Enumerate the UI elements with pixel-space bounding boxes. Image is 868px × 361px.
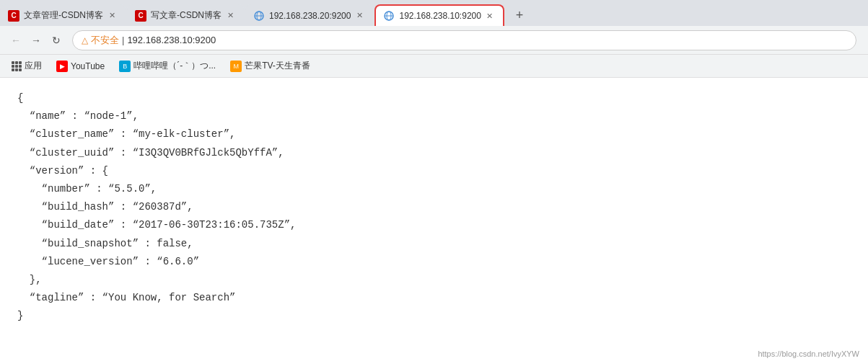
address-bar-container[interactable]: △ 不安全 | 192.168.238.10:9200 <box>72 30 856 50</box>
mgtv-icon: M <box>230 61 242 72</box>
tab-csdn-article[interactable]: C 文章管理-CSDN博客 ✕ <box>0 4 126 26</box>
bookmark-apps[interactable]: 应用 <box>6 58 48 73</box>
bookmark-mgtv[interactable]: M 芒果TV-天生青番 <box>224 58 316 73</box>
tab-csdn-write[interactable]: C 写文章-CSDN博客 ✕ <box>127 4 244 26</box>
json-line: “tagline” : “You Know, for Search” <box>17 289 851 307</box>
bookmarks-bar: 应用 ▶ YouTube B 哔哩哔哩（´-｀）つ... M 芒果TV-天生青番 <box>0 55 868 78</box>
json-line: “build_hash” : “260387d”, <box>17 198 851 216</box>
bookmark-youtube-label: YouTube <box>71 61 105 71</box>
bookmark-youtube[interactable]: ▶ YouTube <box>51 59 110 73</box>
json-line: “cluster_uuid” : “I3Q3QV0BRfGJlck5QbYffA… <box>17 144 851 162</box>
bottom-url: https://blog.csdn.net/IvyXYW <box>758 349 859 358</box>
tab-bar: C 文章管理-CSDN博客 ✕ C 写文章-CSDN博客 ✕ 192.168.2… <box>0 0 868 26</box>
json-line: } <box>17 307 851 325</box>
tab-label-3: 192.168.238.20:9200 <box>269 11 351 21</box>
json-line: “name” : “node-1”, <box>17 107 851 125</box>
tab-close-3[interactable]: ✕ <box>354 10 365 22</box>
back-button[interactable]: ← <box>6 30 26 50</box>
address-url: 192.168.238.10:9200 <box>127 35 216 45</box>
bookmark-apps-label: 应用 <box>25 60 42 72</box>
new-tab-button[interactable]: + <box>509 4 530 26</box>
security-text: 不安全 <box>91 34 119 47</box>
reload-button[interactable]: ↻ <box>46 30 66 50</box>
bookmark-bilibili-label: 哔哩哔哩（´-｀）つ... <box>133 60 216 72</box>
tab-favicon-globe3 <box>253 10 265 22</box>
tab-favicon-csdn2: C <box>135 10 146 22</box>
main-content: { “name” : “node-1”, “cluster_name” : “m… <box>0 78 868 337</box>
security-warning-icon: △ <box>82 35 88 45</box>
forward-button[interactable]: → <box>26 30 46 50</box>
tab-favicon-globe4 <box>383 10 395 22</box>
address-bar-row: ← → ↻ △ 不安全 | 192.168.238.10:9200 <box>0 26 868 55</box>
json-line: { <box>17 89 851 107</box>
json-line: “build_date” : “2017-06-30T23:16:05.735Z… <box>17 216 851 234</box>
tab-label-1: 文章管理-CSDN博客 <box>24 9 103 22</box>
tab-close-2[interactable]: ✕ <box>224 10 236 22</box>
json-line: “build_snapshot” : false, <box>17 235 851 253</box>
tab-close-1[interactable]: ✕ <box>106 10 118 22</box>
bilibili-icon: B <box>119 61 131 72</box>
tab-label-4: 192.168.238.10:9200 <box>399 11 481 21</box>
address-separator: | <box>122 35 124 45</box>
json-line: “version” : { <box>17 162 851 180</box>
bottom-bar: https://blog.csdn.net/IvyXYW <box>749 347 868 361</box>
tab-close-4[interactable]: ✕ <box>484 10 496 22</box>
tab-favicon-csdn1: C <box>8 10 19 22</box>
json-line: “cluster_name” : “my-elk-cluster”, <box>17 125 851 143</box>
youtube-icon: ▶ <box>56 61 68 72</box>
json-line: “lucene_version” : “6.6.0” <box>17 253 851 271</box>
apps-icon <box>12 61 22 71</box>
json-line: }, <box>17 271 851 289</box>
tab-elastic-20[interactable]: 192.168.238.20:9200 ✕ <box>245 4 373 26</box>
tab-label-2: 写文章-CSDN博客 <box>151 9 222 22</box>
tab-elastic-10[interactable]: 192.168.238.10:9200 ✕ <box>374 4 504 26</box>
bookmark-bilibili[interactable]: B 哔哩哔哩（´-｀）つ... <box>113 58 222 73</box>
bookmark-mgtv-label: 芒果TV-天生青番 <box>245 60 310 72</box>
json-line: “number” : “5.5.0”, <box>17 180 851 198</box>
